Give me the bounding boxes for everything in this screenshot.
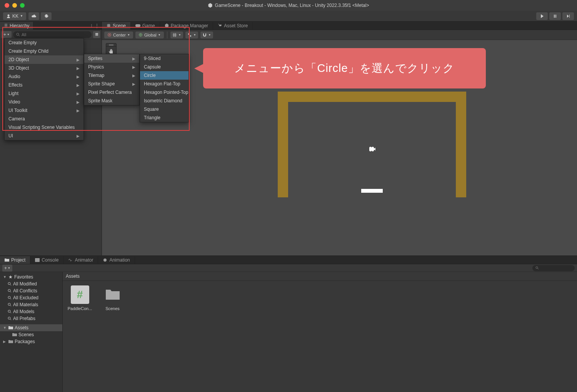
maximize-window-button[interactable] bbox=[20, 3, 25, 8]
search-by-type-button[interactable] bbox=[93, 31, 100, 38]
hierarchy-search[interactable]: All bbox=[13, 31, 92, 38]
folder-icon bbox=[5, 258, 9, 262]
cloud-button[interactable] bbox=[28, 12, 39, 20]
tree-favorite-item[interactable]: All Modified bbox=[0, 280, 62, 287]
tab-animator[interactable]: Animator bbox=[63, 256, 98, 264]
menu-item[interactable]: 2D Object▶ bbox=[5, 55, 83, 64]
globe-icon bbox=[138, 33, 143, 37]
asset-label: Scenes bbox=[100, 306, 125, 311]
tab-console[interactable]: Console bbox=[30, 256, 63, 264]
center-icon bbox=[107, 33, 112, 37]
project-create-dropdown[interactable]: + ▼ bbox=[2, 265, 12, 272]
menu-item[interactable]: Pixel Perfect Camera bbox=[84, 88, 139, 97]
lock-icon[interactable]: ⁝ bbox=[91, 23, 92, 28]
cart-icon bbox=[218, 23, 222, 28]
tree-favorite-item[interactable]: All Excluded bbox=[0, 294, 62, 301]
menu-item-label: Light bbox=[8, 91, 18, 96]
playback-controls bbox=[536, 12, 574, 20]
asset-label: PaddleCon... bbox=[67, 306, 92, 311]
settings-button[interactable] bbox=[41, 12, 52, 20]
handle-rotation-dropdown[interactable]: Global ▼ bbox=[135, 32, 164, 38]
menu-item[interactable]: Create Empty Child bbox=[5, 47, 83, 55]
menu-item[interactable]: Circle bbox=[140, 71, 188, 80]
tab-package-manager[interactable]: Package Manager bbox=[160, 22, 213, 30]
tree-favorite-item[interactable]: All Materials bbox=[0, 301, 62, 308]
tab-animation[interactable]: Animation bbox=[98, 256, 135, 264]
pause-button[interactable] bbox=[549, 12, 561, 20]
menu-item[interactable]: Square bbox=[140, 105, 188, 113]
menu-item[interactable]: Tilemap▶ bbox=[84, 71, 139, 80]
menu-item[interactable]: UI Toolkit▶ bbox=[5, 106, 83, 115]
grid-visibility-button[interactable]: ▼ bbox=[170, 32, 183, 38]
menu-item[interactable]: Hexagon Pointed-Top bbox=[140, 88, 188, 97]
play-icon bbox=[540, 14, 544, 18]
menu-icon[interactable]: ⋮ bbox=[95, 23, 99, 28]
menu-item[interactable]: Triangle bbox=[140, 113, 188, 122]
svg-point-0 bbox=[8, 14, 10, 16]
hierarchy-icon bbox=[4, 23, 8, 28]
tree-favorite-item[interactable]: All Prefabs bbox=[0, 315, 62, 322]
script-icon: # bbox=[71, 285, 89, 304]
asset-breadcrumb[interactable]: Assets bbox=[63, 272, 577, 281]
chevron-down-icon: ▼ bbox=[178, 33, 181, 36]
close-window-button[interactable] bbox=[5, 3, 9, 8]
menu-item-label: Sprites bbox=[88, 56, 102, 61]
menu-item[interactable]: Physics▶ bbox=[84, 63, 139, 71]
snap-icon bbox=[187, 33, 192, 37]
tree-assets[interactable]: ▼ Assets bbox=[0, 324, 62, 331]
menu-item[interactable]: 9-Sliced bbox=[140, 54, 188, 63]
snap-button[interactable]: ▼ bbox=[185, 32, 198, 38]
tab-asset-store[interactable]: Asset Store bbox=[213, 22, 253, 30]
menu-item[interactable]: Effects▶ bbox=[5, 81, 83, 89]
menu-item[interactable]: Sprite Shape▶ bbox=[84, 80, 139, 88]
pivot-mode-dropdown[interactable]: Center ▼ bbox=[104, 32, 133, 38]
create-2d-submenu: Sprites▶Physics▶Tilemap▶Sprite Shape▶Pix… bbox=[84, 54, 140, 105]
paddle-sprite[interactable] bbox=[361, 189, 383, 193]
menu-item[interactable]: 3D Object▶ bbox=[5, 64, 83, 72]
chevron-right-icon: ▶ bbox=[77, 92, 80, 96]
tree-favorites[interactable]: ▼★ Favorites bbox=[0, 274, 62, 280]
step-button[interactable] bbox=[562, 12, 574, 20]
create-dropdown[interactable]: + ▼ bbox=[2, 31, 12, 38]
chevron-down-icon: ▼ bbox=[127, 33, 130, 36]
tree-favorite-item[interactable]: All Models bbox=[0, 308, 62, 315]
tree-favorite-item[interactable]: All Conflicts bbox=[0, 287, 62, 294]
menu-item-label: Audio bbox=[8, 74, 20, 79]
tab-scene[interactable]: Scene bbox=[102, 22, 131, 30]
chevron-right-icon: ▶ bbox=[132, 73, 135, 78]
tab-game[interactable]: Game bbox=[131, 22, 160, 30]
menu-item-label: UI Toolkit bbox=[8, 108, 27, 113]
hierarchy-tab[interactable]: Hierarchy bbox=[0, 22, 33, 30]
menu-item[interactable]: Capsule bbox=[140, 63, 188, 71]
menu-item[interactable]: Create Empty bbox=[5, 38, 83, 47]
menu-item[interactable]: Sprite Mask bbox=[84, 97, 139, 105]
tree-packages[interactable]: ▶ Packages bbox=[0, 338, 62, 345]
menu-item[interactable]: Audio▶ bbox=[5, 72, 83, 81]
camera-gizmo[interactable] bbox=[368, 146, 376, 153]
menu-item[interactable]: Light▶ bbox=[5, 89, 83, 98]
chevron-right-icon: ▶ bbox=[132, 57, 135, 61]
window-title: GameScene - Breakout - Windows, Mac, Lin… bbox=[208, 3, 369, 8]
menu-item[interactable]: Hexagon Flat-Top bbox=[140, 80, 188, 88]
snap-increment-button[interactable]: ▼ bbox=[200, 32, 213, 38]
svg-point-7 bbox=[103, 259, 107, 262]
menu-item[interactable]: Camera bbox=[5, 115, 83, 123]
menu-item[interactable]: Visual Scripting Scene Variables bbox=[5, 123, 83, 132]
tree-scenes[interactable]: Scenes bbox=[0, 331, 62, 338]
game-frame bbox=[278, 92, 466, 197]
asset-item[interactable]: Scenes bbox=[100, 285, 125, 311]
menu-item[interactable]: UI▶ bbox=[5, 132, 83, 140]
account-button[interactable]: KK ▼ bbox=[3, 12, 26, 20]
asset-item[interactable]: #PaddleCon... bbox=[67, 285, 92, 311]
menu-item[interactable]: Isometric Diamond bbox=[140, 97, 188, 105]
drag-handle[interactable] bbox=[106, 43, 116, 47]
tab-project[interactable]: Project bbox=[0, 256, 30, 264]
play-button[interactable] bbox=[536, 12, 548, 20]
chevron-down-icon: ▼ bbox=[193, 33, 196, 36]
chevron-down-icon: ▼ bbox=[208, 33, 211, 36]
menu-item-label: Hexagon Pointed-Top bbox=[144, 90, 188, 95]
minimize-window-button[interactable] bbox=[12, 3, 17, 8]
menu-item[interactable]: Video▶ bbox=[5, 98, 83, 106]
project-search[interactable] bbox=[532, 265, 575, 271]
menu-item[interactable]: Sprites▶ bbox=[84, 54, 139, 63]
